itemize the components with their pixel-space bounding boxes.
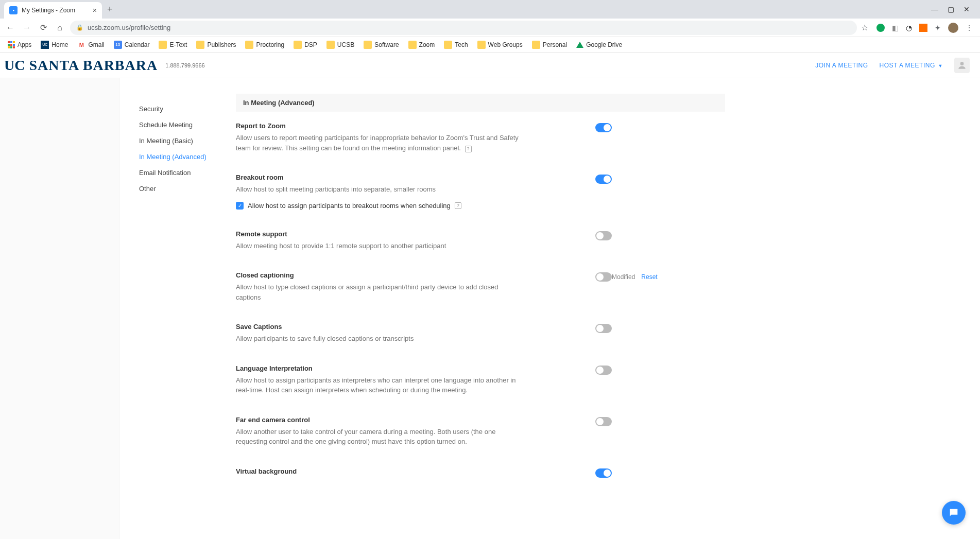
- join-meeting-link[interactable]: JOIN A MEETING: [815, 62, 868, 69]
- bookmark-calendar[interactable]: 13 Calendar: [110, 41, 153, 49]
- close-window-icon[interactable]: ✕: [964, 5, 970, 13]
- sidenav-security[interactable]: Security: [139, 101, 236, 117]
- address-bar[interactable]: 🔒 ucsb.zoom.us/profile/setting: [70, 21, 857, 35]
- phone-number: 1.888.799.9666: [165, 62, 204, 68]
- ucsb-icon: UC: [41, 41, 49, 49]
- toggle-remote-support[interactable]: [595, 231, 612, 240]
- profile-avatar-icon[interactable]: [948, 23, 958, 33]
- setting-breakout-room: Breakout room Allow host to split meetin…: [236, 163, 725, 220]
- back-button[interactable]: ←: [4, 23, 16, 32]
- section-header: In Meeting (Advanced): [236, 94, 725, 112]
- setting-desc: Allow meeting host to provide 1:1 remote…: [236, 241, 524, 251]
- bookmark-publishers[interactable]: Publishers: [193, 41, 239, 49]
- page-header: UC SANTA BARBARA 1.888.799.9666 JOIN A M…: [0, 53, 980, 78]
- setting-desc: Allow host to type closed captions or as…: [236, 282, 524, 302]
- browser-tab[interactable]: ▪ My Settings - Zoom ×: [4, 2, 102, 19]
- settings-side-nav: Security Schedule Meeting In Meeting (Ba…: [119, 94, 236, 539]
- extension-icon[interactable]: [876, 24, 885, 32]
- minimize-icon[interactable]: —: [931, 5, 938, 13]
- bookmark-googledrive[interactable]: Google Drive: [573, 41, 626, 48]
- menu-icon[interactable]: ⋮: [966, 24, 972, 32]
- help-icon[interactable]: ?: [455, 202, 461, 209]
- chat-fab[interactable]: [942, 501, 966, 525]
- toggle-far-end-camera[interactable]: [595, 417, 612, 426]
- folder-icon: [326, 41, 335, 49]
- new-tab-button[interactable]: +: [107, 4, 113, 15]
- apps-grid-icon: [8, 41, 15, 48]
- extension-icon[interactable]: ◧: [892, 24, 899, 32]
- setting-desc: Allow participants to save fully closed …: [236, 334, 524, 344]
- setting-title: Remote support: [236, 230, 524, 238]
- setting-language-interpretation: Language Interpretation Allow host to as…: [236, 354, 725, 406]
- setting-closed-captioning: Closed captioning Allow host to type clo…: [236, 261, 725, 312]
- browser-chrome: ▪ My Settings - Zoom × + — ▢ ✕ ← → ⟳ ⌂ 🔒…: [0, 0, 980, 53]
- folder-icon: [364, 41, 372, 49]
- bookmark-gmail[interactable]: M Gmail: [74, 41, 108, 49]
- sidenav-other[interactable]: Other: [139, 181, 236, 197]
- setting-desc: Allow another user to take control of yo…: [236, 427, 524, 447]
- chat-icon: [948, 507, 959, 518]
- toggle-breakout-room[interactable]: [595, 175, 612, 184]
- sidenav-email[interactable]: Email Notification: [139, 165, 236, 181]
- close-tab-icon[interactable]: ×: [93, 6, 97, 14]
- setting-desc: Allow host to assign participants as int…: [236, 375, 524, 395]
- folder-icon: [245, 41, 253, 49]
- extension-icon[interactable]: ◔: [906, 24, 912, 32]
- setting-desc: Allow host to split meeting participants…: [236, 184, 524, 195]
- bookmark-personal[interactable]: Personal: [528, 41, 571, 49]
- home-button[interactable]: ⌂: [54, 23, 66, 32]
- setting-save-captions: Save Captions Allow participants to save…: [236, 312, 725, 354]
- help-icon[interactable]: ?: [465, 146, 472, 152]
- modified-label: Modified: [612, 273, 635, 281]
- reload-button[interactable]: ⟳: [37, 23, 49, 32]
- bookmark-tech[interactable]: Tech: [440, 41, 471, 49]
- bookmark-ucsb[interactable]: UCSB: [323, 41, 358, 49]
- bookmark-webgroups[interactable]: Web Groups: [474, 41, 526, 49]
- page-body: Security Schedule Meeting In Meeting (Ba…: [0, 78, 980, 539]
- bookmark-zoom[interactable]: Zoom: [405, 41, 439, 49]
- browser-toolbar: ← → ⟳ ⌂ 🔒 ucsb.zoom.us/profile/setting ☆…: [0, 19, 980, 37]
- breakout-sub-option[interactable]: ✓ Allow host to assign participants to b…: [236, 202, 524, 210]
- chevron-down-icon: ▼: [938, 63, 943, 68]
- extension-icon[interactable]: [919, 24, 927, 32]
- settings-main: In Meeting (Advanced) Report to Zoom All…: [236, 94, 741, 539]
- checkbox-checked-icon[interactable]: ✓: [236, 202, 244, 210]
- folder-icon: [532, 41, 540, 49]
- bookmark-etext[interactable]: E-Text: [155, 41, 191, 49]
- window-controls: — ▢ ✕: [931, 5, 976, 13]
- google-drive-icon: [576, 42, 583, 48]
- toggle-save-captions[interactable]: [595, 324, 612, 333]
- setting-remote-support: Remote support Allow meeting host to pro…: [236, 220, 725, 262]
- url-text: ucsb.zoom.us/profile/setting: [88, 24, 170, 31]
- setting-title: Report to Zoom: [236, 122, 524, 130]
- sidenav-advanced[interactable]: In Meeting (Advanced): [139, 149, 236, 165]
- host-meeting-dropdown[interactable]: HOST A MEETING ▼: [880, 62, 943, 69]
- bookmark-home[interactable]: UC Home: [37, 41, 72, 49]
- left-gutter: [0, 78, 119, 539]
- sidenav-basic[interactable]: In Meeting (Basic): [139, 133, 236, 149]
- bookmark-proctoring[interactable]: Proctoring: [242, 41, 288, 49]
- toggle-language-interpretation[interactable]: [595, 366, 612, 375]
- reset-link[interactable]: Reset: [641, 273, 657, 281]
- bookmark-apps[interactable]: Apps: [4, 41, 35, 48]
- maximize-icon[interactable]: ▢: [948, 5, 954, 13]
- forward-button[interactable]: →: [21, 23, 33, 32]
- toggle-report-to-zoom[interactable]: [595, 123, 612, 132]
- setting-title: Language Interpretation: [236, 364, 524, 372]
- setting-title: Virtual background: [236, 467, 524, 475]
- user-avatar[interactable]: [954, 58, 970, 73]
- folder-icon: [477, 41, 486, 49]
- folder-icon: [408, 41, 417, 49]
- svg-point-0: [960, 62, 964, 65]
- bookmark-dsp[interactable]: DSP: [290, 41, 321, 49]
- bookmark-software[interactable]: Software: [360, 41, 402, 49]
- sidenav-schedule[interactable]: Schedule Meeting: [139, 117, 236, 133]
- tab-bar: ▪ My Settings - Zoom × + — ▢ ✕: [0, 0, 980, 19]
- star-icon[interactable]: ☆: [861, 23, 868, 32]
- extensions-menu-icon[interactable]: ✦: [935, 24, 941, 32]
- setting-title: Breakout room: [236, 173, 524, 181]
- toggle-virtual-background[interactable]: [595, 468, 612, 478]
- ucsb-logo[interactable]: UC SANTA BARBARA: [4, 57, 158, 74]
- bookmarks-bar: Apps UC Home M Gmail 13 Calendar E-Text …: [0, 37, 980, 53]
- toggle-closed-captioning[interactable]: [595, 272, 612, 282]
